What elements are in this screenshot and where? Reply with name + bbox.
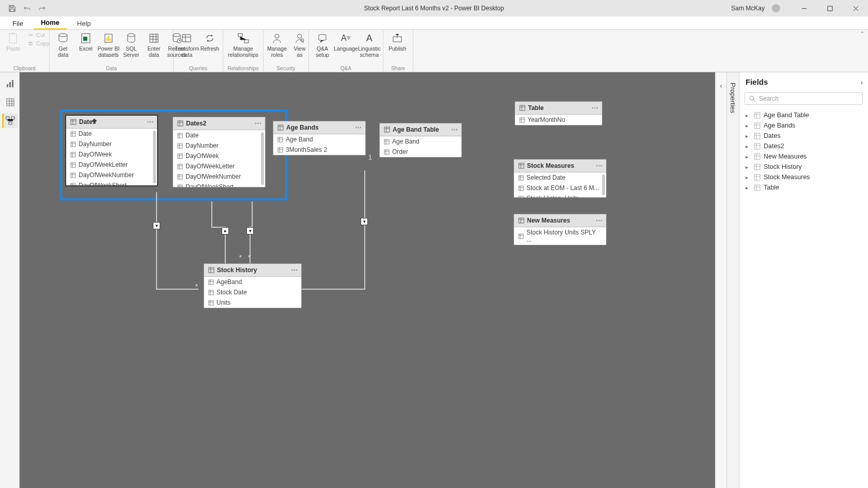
model-canvas[interactable]: 1 1 1 * * * * ▾ ▸ ▾ ▾ Dates✥⋯ DateDayNum… [20,72,715,488]
svg-rect-46 [384,127,390,132]
refresh-button[interactable]: Refresh [199,31,220,53]
column-row[interactable]: DayOfWeek [66,149,157,160]
enter-data-button[interactable]: Enter data [144,31,164,59]
fields-table-row[interactable]: ▸Age Bands [743,120,864,131]
fields-table-row[interactable]: ▸Dates [743,131,864,141]
svg-rect-24 [12,80,13,87]
transform-data-button[interactable]: Transform data [177,31,197,59]
column-row[interactable]: Age Band [273,134,365,145]
maximize-button[interactable] [819,0,840,17]
sql-server-button[interactable]: SQL Server [121,31,142,59]
table-menu-icon[interactable]: ⋯ [596,216,603,224]
column-row[interactable]: DayOfWeekLetter [173,161,265,171]
user-name[interactable]: Sam McKay [731,5,765,12]
column-row[interactable]: Stock History Units SPLY ... [514,227,606,245]
fields-table-row[interactable]: ▸Age Band Table [743,110,864,120]
column-row[interactable]: AgeBand [204,277,301,287]
pbi-datasets-button[interactable]: Power BI datasets [98,31,119,59]
manage-roles-button[interactable]: Manage roles [267,31,287,59]
svg-rect-49 [520,105,525,111]
close-button[interactable] [845,0,866,17]
column-row[interactable]: Selected Date [514,172,606,183]
tab-file[interactable]: File [5,18,30,29]
table-dates[interactable]: Dates✥⋯ DateDayNumberDayOfWeekDayOfWeekL… [65,115,158,186]
scrollbar[interactable] [153,131,156,183]
column-row[interactable]: Stock History Units [514,193,606,197]
properties-pane-collapsed[interactable]: Properties [726,72,739,488]
language-button[interactable]: A字Language [335,31,357,53]
title-bar: Stock Report Last 6 Months v2 - Power BI… [0,0,868,17]
column-row[interactable]: DayOfWeek [173,151,265,161]
scrollbar[interactable] [261,132,264,185]
data-view-button[interactable] [2,95,18,109]
qa-setup-button[interactable]: Q&A setup [312,31,333,59]
save-icon[interactable] [8,5,16,12]
column-row[interactable]: Stock Date [204,287,301,297]
tab-help[interactable]: Help [70,18,98,29]
svg-rect-30 [71,132,75,136]
column-row[interactable]: Date [66,129,157,139]
svg-rect-16 [244,40,249,43]
fields-table-row[interactable]: ▸Stock History [743,162,864,172]
column-row[interactable]: DayNumber [66,139,157,149]
manage-relationships-button[interactable]: Manage relationships [226,31,260,59]
excel-button[interactable]: Excel [75,31,96,53]
column-row[interactable]: DayOfWeekShort [173,182,265,187]
fields-table-row[interactable]: ▸Table [743,182,864,193]
table-menu-icon[interactable]: ⋯ [147,118,154,125]
table-table[interactable]: Table⋯ YearMonthNo [515,101,602,125]
column-row[interactable]: DayOfWeekLetter [66,160,157,170]
linguistic-schema-button[interactable]: ALinguistic schema [359,31,380,59]
table-menu-icon[interactable]: ⋯ [592,104,599,112]
caret-right-icon: ▸ [746,113,751,118]
fields-table-row[interactable]: ▸New Measures [743,151,864,162]
svg-rect-31 [71,142,75,147]
table-stock-history[interactable]: Stock History⋯ AgeBandStock DateUnits [204,263,302,308]
column-row[interactable]: DayOfWeekNumber [173,171,265,182]
expand-pane-icon[interactable]: › [861,78,863,86]
get-data-button[interactable]: Get data [53,31,73,59]
caret-right-icon: ▸ [746,144,751,149]
table-menu-icon[interactable]: ⋯ [355,123,362,131]
table-age-bands[interactable]: Age Bands⋯ Age Band3MonthSales 2 [273,121,366,155]
group-relationships-label: Relationships [226,66,260,72]
svg-rect-14 [182,35,191,42]
fields-table-row[interactable]: ▸Dates2 [743,141,864,151]
column-row[interactable]: Order [380,147,461,157]
table-stock-measures[interactable]: Stock Measures⋯ Selected DateStock at EO… [514,159,607,198]
report-view-button[interactable] [2,76,18,91]
column-row[interactable]: Units [204,297,301,308]
svg-rect-8 [108,36,109,41]
tab-home[interactable]: Home [34,17,67,29]
collapse-ribbon-icon[interactable]: ˄ [861,31,864,38]
column-row[interactable]: YearMonthNo [515,115,602,125]
minimize-button[interactable] [794,0,814,17]
model-view-button[interactable] [2,114,18,128]
column-row[interactable]: Date [173,130,265,140]
undo-icon[interactable] [23,5,31,12]
view-as-button[interactable]: View as [289,31,310,59]
publish-button[interactable]: Publish [386,31,408,53]
svg-rect-0 [828,6,832,11]
fields-table-row[interactable]: ▸Stock Measures [743,172,864,182]
table-age-band-table[interactable]: Age Band Table⋯ Age BandOrder [379,123,462,158]
table-new-measures[interactable]: New Measures⋯ Stock History Units SPLY .… [514,214,607,245]
column-row[interactable]: DayOfWeekShort [66,180,157,185]
scrollbar[interactable] [602,175,605,195]
svg-rect-26 [6,117,9,119]
user-avatar[interactable] [772,4,780,12]
redo-icon[interactable] [38,5,46,12]
fields-search[interactable]: Search [745,92,863,105]
svg-rect-66 [754,154,760,160]
table-menu-icon[interactable]: ⋯ [596,162,603,169]
table-menu-icon[interactable]: ⋯ [451,125,458,133]
column-row[interactable]: Age Band [380,136,461,147]
column-row[interactable]: DayOfWeekNumber [66,170,157,180]
column-row[interactable]: Stock at EOM - Last 6 M... [514,183,606,193]
table-menu-icon[interactable]: ⋯ [255,119,262,127]
table-menu-icon[interactable]: ⋯ [291,266,298,274]
collapse-pane-icon[interactable]: ‹ [720,82,722,90]
table-dates2[interactable]: Dates2⋯ DateDayNumberDayOfWeekDayOfWeekL… [173,117,266,187]
column-row[interactable]: 3MonthSales 2 [273,145,365,155]
column-row[interactable]: DayNumber [173,140,265,151]
